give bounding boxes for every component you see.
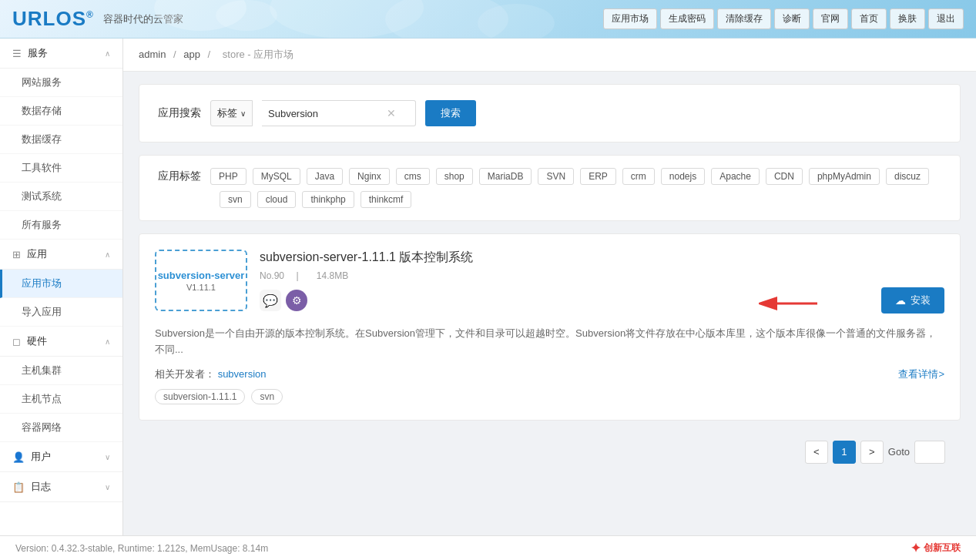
layout: ☰ 服务 ∧ 网站服务 数据存储 数据缓存 工具软件 测试系统 所有服务 ⊞ 应…	[0, 39, 976, 535]
tag-java[interactable]: Java	[307, 168, 343, 185]
nav-clear-cache-btn[interactable]: 清除缓存	[717, 8, 771, 29]
app-desc: Subversion是一个自由开源的版本控制系统。在Subversion管理下，…	[155, 326, 944, 358]
tag-svn[interactable]: SVN	[538, 168, 574, 185]
tag-cms[interactable]: cms	[396, 168, 430, 185]
logo: URLOS® 容器时代的云管家	[12, 7, 183, 31]
sidebar-group-hardware[interactable]: ◻ 硬件 ∧	[0, 327, 122, 357]
app-logo-box: subversion-server V1.11.1	[155, 250, 247, 311]
chevron-up-icon-hw: ∧	[105, 337, 110, 346]
app-meta-sep: |	[296, 270, 298, 281]
sidebar-group-logs[interactable]: 📋 日志 ∨	[0, 472, 122, 502]
search-clear-icon[interactable]: ✕	[387, 107, 396, 119]
tag-thinkphp[interactable]: thinkphp	[302, 191, 354, 208]
tag-svn2[interactable]: svn	[220, 191, 251, 208]
tag-mysql[interactable]: MySQL	[253, 168, 300, 185]
tag-php[interactable]: PHP	[210, 168, 247, 185]
sidebar-item-datacache[interactable]: 数据缓存	[0, 126, 122, 154]
app-brand-icon: ⚙	[292, 294, 302, 307]
search-label: 应用搜索	[158, 106, 201, 120]
app-icons: 💬 ⚙	[260, 290, 307, 311]
tag-cloud[interactable]: cloud	[257, 191, 297, 208]
logo-subtitle: 容器时代的云管家	[103, 12, 183, 26]
sidebar-item-tools[interactable]: 工具软件	[0, 154, 122, 183]
sidebar-group-apps[interactable]: ⊞ 应用 ∧	[0, 240, 122, 270]
tag-mariadb[interactable]: MariaDB	[479, 168, 532, 185]
search-select-label: 标签	[217, 106, 237, 120]
nav-logout-btn[interactable]: 退出	[928, 8, 964, 29]
sidebar-item-importapp[interactable]: 导入应用	[0, 298, 122, 327]
sidebar-item-hostnode[interactable]: 主机节点	[0, 385, 122, 414]
tags-row2: svn cloud thinkphp thinkcmf	[158, 191, 941, 208]
sidebar-item-hostcluster[interactable]: 主机集群	[0, 357, 122, 385]
footer: Version: 0.4.32.3-stable, Runtime: 1.212…	[0, 535, 976, 560]
tags-label: 应用标签	[158, 169, 201, 183]
app-tag-version[interactable]: subversion-1.11.1	[155, 389, 245, 404]
chevron-down-icon-logs: ∨	[105, 483, 110, 491]
brand-icon: ✦	[911, 541, 921, 555]
page-next-btn[interactable]: >	[860, 441, 884, 464]
sidebar-item-containernetwork[interactable]: 容器网络	[0, 414, 122, 442]
detail-link[interactable]: 查看详情>	[898, 367, 944, 381]
sidebar-group-services-label: 服务	[28, 46, 105, 60]
sidebar-group-services[interactable]: ☰ 服务 ∧	[0, 39, 122, 69]
search-row: 应用搜索 标签 ∨ ✕ 搜索	[158, 100, 941, 126]
nav-diagnose-btn[interactable]: 诊断	[774, 8, 810, 29]
search-input[interactable]	[268, 108, 384, 119]
sidebar-group-users[interactable]: 👤 用户 ∨	[0, 442, 122, 472]
header: URLOS® 容器时代的云管家 应用市场 生成密码 清除缓存 诊断 官网 首页 …	[0, 0, 976, 39]
sidebar-group-logs-label: 日志	[31, 480, 105, 494]
tag-nodejs[interactable]: nodejs	[661, 168, 705, 185]
sidebar-item-appmarket[interactable]: 应用市场	[0, 270, 122, 298]
page-prev-btn[interactable]: <	[805, 441, 828, 464]
tag-apache[interactable]: Apache	[711, 168, 760, 185]
tag-thinkcmf[interactable]: thinkcmf	[361, 191, 412, 208]
footer-brand: ✦ 创新互联	[911, 541, 961, 555]
main-content: admin / app / store - 应用市场 应用搜索 标签 ∨ ✕	[123, 39, 976, 535]
nav-home-btn[interactable]: 首页	[851, 8, 887, 29]
breadcrumb: admin / app / store - 应用市场	[123, 39, 976, 72]
sidebar-item-testsys[interactable]: 测试系统	[0, 183, 122, 211]
nav-gen-pwd-btn[interactable]: 生成密码	[660, 8, 714, 29]
tag-shop[interactable]: shop	[436, 168, 473, 185]
sidebar-item-website[interactable]: 网站服务	[0, 69, 122, 97]
install-button[interactable]: ☁ 安装	[881, 287, 944, 314]
breadcrumb-current: store - 应用市场	[223, 49, 293, 60]
tag-crm[interactable]: crm	[622, 168, 655, 185]
goto-input[interactable]	[914, 441, 945, 464]
developer-label: 相关开发者：	[155, 368, 215, 380]
sidebar-group-hardware-icon: ◻	[12, 336, 21, 347]
sidebar-group-apps-icon: ⊞	[12, 249, 21, 260]
tag-nginx[interactable]: Nginx	[349, 168, 390, 185]
app-size: 14.8MB	[317, 270, 348, 281]
nav-theme-btn[interactable]: 换肤	[890, 8, 925, 29]
app-card-header: subversion-server V1.11.1 subversion-ser…	[155, 250, 944, 314]
app-tag-svn[interactable]: svn	[251, 389, 283, 404]
breadcrumb-admin[interactable]: admin	[139, 49, 166, 60]
app-icon-chat: 💬	[260, 290, 281, 311]
tag-erp[interactable]: ERP	[580, 168, 616, 185]
developer-link[interactable]: subversion	[218, 368, 267, 380]
breadcrumb-app[interactable]: app	[183, 49, 200, 60]
tags-section: 应用标签 PHP MySQL Java Nginx cms shop Maria…	[139, 155, 961, 221]
sidebar-item-datastorage[interactable]: 数据存储	[0, 97, 122, 126]
footer-version: Version: 0.4.32.3-stable, Runtime: 1.212…	[15, 543, 268, 554]
page-1-btn[interactable]: 1	[833, 441, 856, 464]
tags-row1: 应用标签 PHP MySQL Java Nginx cms shop Maria…	[158, 168, 941, 185]
search-select-tag[interactable]: 标签 ∨	[210, 100, 253, 126]
logo-text: URLOS®	[12, 7, 94, 31]
nav-app-market-btn[interactable]: 应用市场	[603, 8, 657, 29]
nav-official-btn[interactable]: 官网	[813, 8, 848, 29]
app-meta: No.90 | 14.8MB	[260, 270, 944, 281]
app-card: subversion-server V1.11.1 subversion-ser…	[139, 233, 961, 421]
sidebar-group-apps-label: 应用	[27, 247, 105, 261]
app-info: subversion-server-1.11.1 版本控制系统 No.90 | …	[260, 250, 944, 314]
sidebar-item-allservices[interactable]: 所有服务	[0, 211, 122, 240]
breadcrumb-sep2: /	[208, 49, 213, 60]
tag-discuz[interactable]: discuz	[886, 168, 929, 185]
search-button[interactable]: 搜索	[425, 100, 476, 126]
tag-phpmyadmin[interactable]: phpMyAdmin	[809, 168, 880, 185]
tag-cdn[interactable]: CDN	[766, 168, 803, 185]
install-cloud-icon: ☁	[895, 294, 906, 307]
chevron-up-icon: ∧	[105, 49, 110, 58]
chat-icon: 💬	[263, 293, 278, 308]
